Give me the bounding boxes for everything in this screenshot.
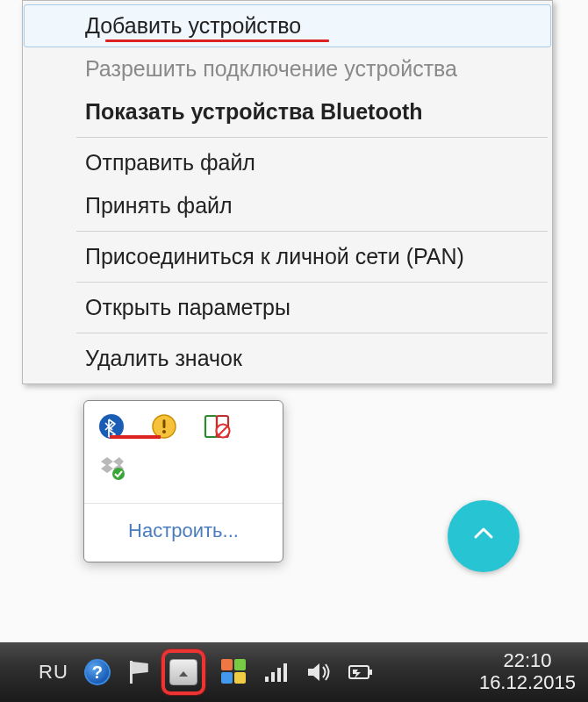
menu-item-join-pan[interactable]: Присоединиться к личной сети (PAN): [24, 235, 551, 278]
annotation-underline: [105, 39, 329, 42]
taskbar-clock[interactable]: 22:10 16.12.2015: [479, 650, 576, 693]
tray-customize-link[interactable]: Настроить...: [84, 504, 283, 562]
menu-item-remove-icon[interactable]: Удалить значок: [24, 337, 551, 380]
action-center-flag-icon[interactable]: [126, 659, 153, 685]
svg-rect-4: [205, 416, 217, 437]
menu-separator: [76, 333, 548, 333]
scroll-to-top-fab[interactable]: [448, 500, 520, 572]
menu-item-show-devices[interactable]: Показать устройства Bluetooth: [24, 90, 551, 133]
menu-item-label: Разрешить подключение устройства: [85, 56, 457, 81]
menu-item-label: Принять файл: [85, 193, 233, 218]
menu-item-label: Показать устройства Bluetooth: [85, 99, 423, 124]
svg-rect-12: [283, 663, 287, 682]
battery-icon[interactable]: [348, 661, 374, 684]
menu-item-open-settings[interactable]: Открыть параметры: [24, 286, 551, 329]
annotation-underline: [110, 435, 161, 439]
menu-item-label: Отправить файл: [85, 150, 255, 175]
language-indicator[interactable]: RU: [39, 661, 68, 684]
blocked-icon[interactable]: [202, 412, 232, 441]
menu-separator: [76, 137, 548, 138]
menu-separator: [76, 231, 548, 232]
menu-item-label: Добавить устройство: [85, 13, 301, 38]
windows-color-icon[interactable]: [221, 659, 247, 685]
annotation-highlight-box: [161, 649, 205, 695]
svg-rect-11: [277, 668, 281, 682]
menu-item-label: Удалить значок: [85, 346, 242, 370]
menu-item-allow-connect: Разрешить подключение устройства: [24, 47, 551, 90]
clock-time: 22:10: [479, 650, 576, 672]
menu-item-send-file[interactable]: Отправить файл: [24, 141, 551, 184]
chevron-up-icon: [474, 528, 493, 544]
network-icon[interactable]: [263, 661, 290, 684]
clock-date: 16.12.2015: [479, 672, 576, 694]
menu-item-receive-file[interactable]: Принять файл: [24, 184, 551, 227]
menu-item-label: Открыть параметры: [85, 295, 290, 319]
tray-customize-label: Настроить...: [128, 519, 239, 541]
svg-rect-9: [265, 677, 269, 682]
svg-rect-10: [271, 672, 275, 682]
svg-point-3: [162, 430, 166, 433]
show-hidden-icons-button[interactable]: [169, 659, 197, 685]
svg-rect-2: [163, 419, 166, 428]
language-label: RU: [39, 661, 68, 683]
svg-rect-14: [369, 670, 372, 675]
volume-icon[interactable]: [305, 661, 332, 684]
tray-icons-row: [84, 445, 283, 499]
taskbar: RU ?: [0, 642, 588, 702]
bluetooth-context-menu: Добавить устройство Разрешить подключени…: [22, 0, 553, 384]
menu-item-label: Присоединиться к личной сети (PAN): [85, 244, 464, 269]
hidden-icons-popup: Настроить...: [83, 400, 283, 562]
help-icon[interactable]: ?: [84, 659, 111, 685]
triangle-up-icon: [177, 663, 190, 683]
svg-point-8: [112, 468, 125, 480]
menu-separator: [76, 282, 548, 283]
dropbox-synced-icon[interactable]: [97, 452, 126, 482]
